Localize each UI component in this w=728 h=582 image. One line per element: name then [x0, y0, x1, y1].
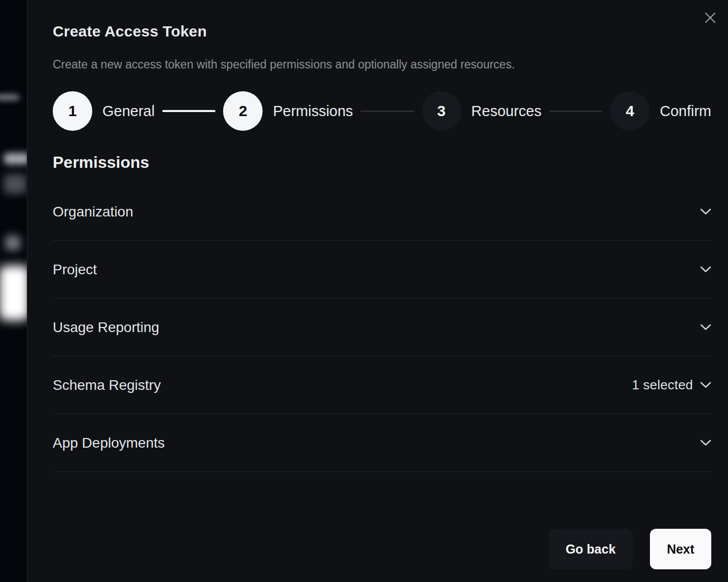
- permissions-accordion: Organization Project Usage Reporting: [53, 183, 711, 472]
- accordion-section-app-deployments[interactable]: App Deployments: [53, 414, 711, 472]
- step-general[interactable]: 1 General: [53, 91, 155, 131]
- next-button[interactable]: Next: [650, 529, 711, 569]
- blurred-white-card: [0, 266, 27, 320]
- step-connector-complete: [162, 110, 215, 112]
- section-label: App Deployments: [53, 435, 165, 451]
- section-label: Organization: [53, 204, 133, 220]
- step-label: Permissions: [273, 103, 353, 120]
- section-label: Project: [53, 262, 97, 278]
- chevron-down-icon: [700, 382, 711, 388]
- chevron-down-icon: [700, 266, 711, 273]
- go-back-button[interactable]: Go back: [549, 529, 633, 569]
- step-number-circle: 3: [422, 91, 461, 131]
- accordion-section-project[interactable]: Project: [53, 241, 711, 299]
- stepper: 1 General 2 Permissions 3 Resources 4 Co…: [53, 91, 711, 131]
- step-connector-pending: [549, 111, 602, 112]
- chevron-down-icon: [700, 208, 711, 215]
- close-button[interactable]: [703, 11, 717, 25]
- blurred-nav-item: [0, 94, 19, 100]
- chevron-down-icon: [700, 324, 711, 331]
- accordion-section-organization[interactable]: Organization: [53, 183, 711, 241]
- step-label: Confirm: [660, 103, 711, 120]
- step-number-circle: 1: [53, 91, 92, 131]
- modal-subtitle: Create a new access token with specified…: [53, 57, 711, 71]
- section-label: Usage Reporting: [53, 319, 159, 336]
- step-label: General: [102, 103, 155, 120]
- close-icon: [705, 12, 716, 23]
- blurred-icon: [5, 235, 20, 250]
- accordion-section-schema-registry[interactable]: Schema Registry 1 selected: [53, 356, 711, 414]
- chevron-down-icon: [700, 440, 711, 446]
- step-connector-pending: [360, 111, 414, 112]
- modal-footer: Go back Next: [549, 529, 711, 569]
- step-number-circle: 2: [223, 91, 263, 131]
- section-label: Schema Registry: [53, 377, 161, 393]
- step-confirm[interactable]: 4 Confirm: [610, 91, 711, 131]
- modal-title: Create Access Token: [53, 22, 711, 41]
- step-number-circle: 4: [610, 91, 649, 131]
- create-access-token-modal: Create Access Token Create a new access …: [27, 0, 728, 582]
- blurred-body-text: [4, 174, 26, 194]
- step-label: Resources: [471, 103, 542, 120]
- step-resources[interactable]: 3 Resources: [422, 91, 542, 131]
- accordion-section-usage-reporting[interactable]: Usage Reporting: [53, 299, 711, 356]
- background-page: [0, 0, 27, 582]
- permissions-heading: Permissions: [53, 153, 711, 172]
- step-permissions[interactable]: 2 Permissions: [223, 91, 353, 131]
- selected-count-badge: 1 selected: [632, 377, 693, 393]
- blurred-heading-text: [4, 153, 27, 164]
